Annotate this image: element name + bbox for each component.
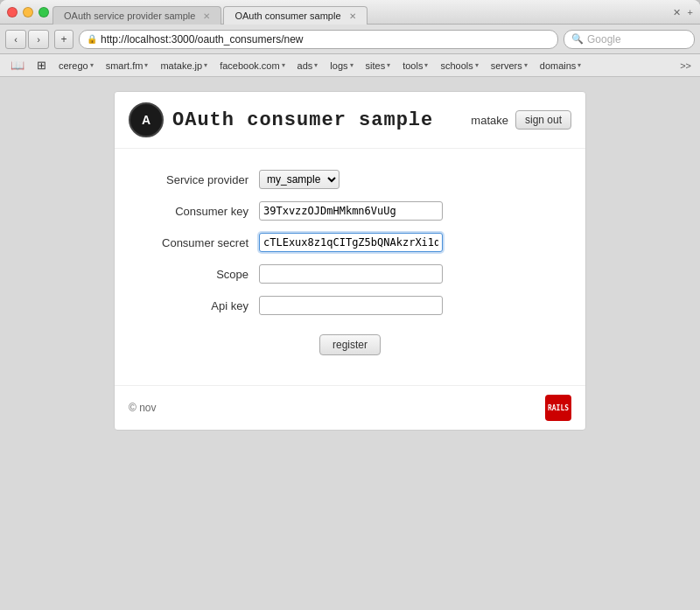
chevron-down-icon: ▾ (424, 61, 428, 69)
chevron-down-icon: ▾ (282, 61, 285, 69)
api-key-label: Api key (132, 299, 259, 312)
bookmark-smartfm[interactable]: smart.fm ▾ (101, 59, 154, 73)
consumer-secret-input[interactable] (259, 233, 443, 252)
chevron-down-icon: ▾ (144, 61, 148, 69)
chevron-down-icon: ▾ (524, 61, 528, 69)
page-content: A OAuth consumer sample matake sign out … (114, 91, 586, 431)
tab-service-provider[interactable]: OAuth service provider sample ✕ (52, 6, 221, 25)
more-bookmarks-button[interactable]: >> (676, 59, 695, 73)
app-logo-area: A OAuth consumer sample (129, 102, 433, 137)
bookmark-books-icon[interactable]: 📖 (5, 57, 30, 74)
forward-button[interactable]: › (28, 30, 49, 49)
bookmark-logs[interactable]: logs ▾ (325, 59, 358, 73)
app-header: A OAuth consumer sample matake sign out (115, 92, 585, 149)
app-title: OAuth consumer sample (172, 109, 433, 131)
lock-icon: 🔒 (87, 34, 97, 44)
chevron-down-icon: ▾ (578, 61, 581, 69)
address-bar: ‹ › + 🔒 http://localhost:3000/oauth_cons… (0, 25, 700, 54)
form-row-api-key: Api key (132, 296, 568, 315)
bookmark-cerego[interactable]: cerego ▾ (53, 59, 99, 73)
title-bar: OAuth service provider sample ✕ OAuth co… (0, 0, 700, 25)
url-bar[interactable]: 🔒 http://localhost:3000/oauth_consumers/… (79, 30, 558, 49)
bookmark-servers[interactable]: servers ▾ (486, 59, 533, 73)
bookmark-grid-icon[interactable]: ⊞ (32, 57, 52, 74)
url-text: http://localhost:3000/oauth_consumers/ne… (101, 33, 303, 46)
reload-button[interactable]: + (54, 30, 74, 49)
search-placeholder: Google (587, 33, 621, 46)
tab-consumer[interactable]: OAuth consumer sample ✕ (223, 6, 367, 25)
form-area: Service provider my_sample Consumer key … (115, 149, 585, 385)
add-tab-icon[interactable]: + (688, 7, 693, 18)
bookmark-ads[interactable]: ads ▾ (292, 59, 324, 73)
traffic-lights (7, 7, 49, 18)
page-area: A OAuth consumer sample matake sign out … (0, 77, 700, 610)
bookmark-matakejp[interactable]: matake.jp ▾ (155, 59, 213, 73)
bookmark-domains[interactable]: domains ▾ (535, 59, 587, 73)
form-row-consumer-secret: Consumer secret (132, 233, 568, 252)
tab-close-icon-active[interactable]: ✕ (349, 11, 356, 21)
search-bar[interactable]: 🔍 Google (564, 30, 695, 49)
chevron-down-icon: ▾ (475, 61, 479, 69)
register-button[interactable]: register (319, 334, 381, 355)
rails-badge: RAILS (545, 395, 571, 421)
search-icon: 🔍 (571, 33, 584, 45)
bookmark-sites[interactable]: sites ▾ (360, 59, 396, 73)
browser-window: OAuth service provider sample ✕ OAuth co… (0, 0, 700, 610)
right-icons: ✕ + (673, 6, 693, 18)
chevron-down-icon: ▾ (204, 61, 207, 69)
bookmarks-bar: 📖 ⊞ cerego ▾ smart.fm ▾ matake.jp ▾ face… (0, 54, 700, 77)
chevron-down-icon: ▾ (314, 61, 318, 69)
tab-bar: OAuth service provider sample ✕ OAuth co… (52, 0, 369, 25)
chevron-down-icon: ▾ (350, 61, 354, 69)
service-provider-label: Service provider (132, 173, 259, 186)
footer-copyright: © nov (129, 402, 157, 414)
app-logo: A (129, 102, 164, 137)
page-footer: © nov RAILS (115, 385, 585, 430)
close-button[interactable] (7, 7, 18, 18)
back-button[interactable]: ‹ (5, 30, 26, 49)
nav-buttons: ‹ › (5, 30, 49, 49)
consumer-secret-label: Consumer secret (132, 236, 259, 249)
scope-input[interactable] (259, 264, 443, 284)
scope-label: Scope (132, 268, 259, 281)
bookmark-schools[interactable]: schools ▾ (435, 59, 483, 73)
username-label: matake (471, 114, 508, 127)
register-button-row: register (132, 327, 568, 364)
chevron-down-icon: ▾ (90, 61, 94, 69)
user-area: matake sign out (471, 110, 571, 130)
bookmark-tools[interactable]: tools ▾ (397, 59, 433, 73)
form-row-scope: Scope (132, 264, 568, 284)
chevron-down-icon: ▾ (387, 61, 390, 69)
service-provider-select[interactable]: my_sample (259, 170, 340, 189)
new-tab-icon[interactable]: ✕ (673, 6, 681, 18)
api-key-input[interactable] (259, 296, 443, 315)
form-row-service-provider: Service provider my_sample (132, 170, 568, 189)
minimize-button[interactable] (23, 7, 33, 18)
form-row-consumer-key: Consumer key (132, 201, 568, 221)
sign-out-button[interactable]: sign out (515, 110, 571, 130)
maximize-button[interactable] (38, 7, 49, 18)
consumer-key-label: Consumer key (132, 205, 259, 218)
consumer-key-input[interactable] (259, 201, 443, 221)
bookmark-facebook[interactable]: facebook.com ▾ (214, 59, 290, 73)
tab-close-icon[interactable]: ✕ (203, 11, 210, 21)
